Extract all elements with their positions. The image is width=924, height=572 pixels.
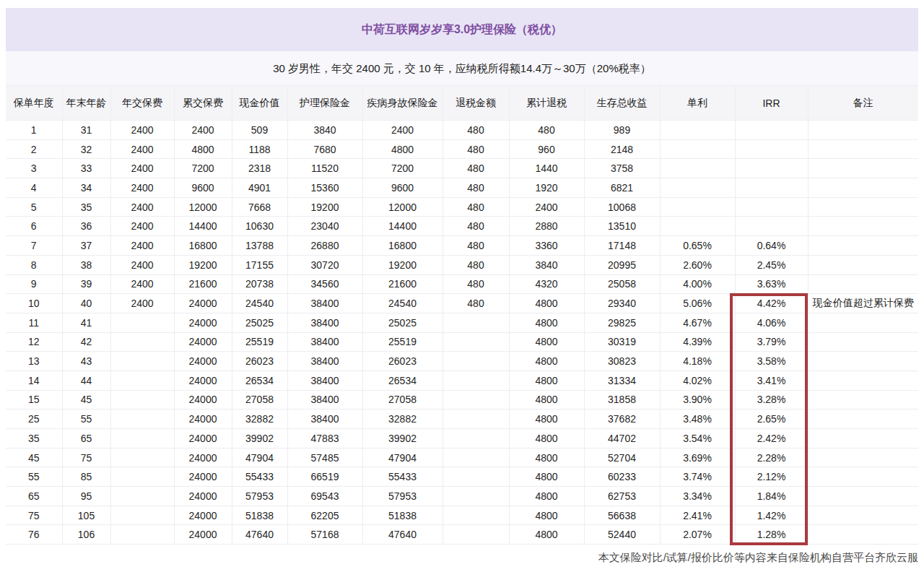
table-cell [660, 139, 735, 159]
table-row: 9392400216002073834560216004804320250584… [6, 274, 918, 294]
table-cell: 2400 [110, 236, 174, 256]
table-cell: 4.00% [660, 274, 735, 294]
table-cell: 3.34% [660, 487, 735, 506]
table-cell: 2400 [110, 294, 174, 313]
table-cell: 11 [6, 313, 62, 332]
table-cell [443, 429, 509, 448]
table-cell [660, 197, 735, 217]
table-cell: 4.39% [660, 332, 735, 352]
table-cell: 2400 [174, 121, 232, 140]
table-cell: 4800 [509, 506, 584, 525]
table-cell: 2.28% [735, 448, 808, 467]
table-cell [110, 448, 174, 467]
table-cell: 5.06% [660, 294, 735, 313]
table-cell: 4800 [509, 390, 584, 410]
table-cell: 480 [443, 139, 509, 159]
table-cell [808, 390, 918, 410]
column-header: 年交保费 [110, 86, 174, 121]
column-header: 生存总收益 [584, 86, 660, 121]
column-header: 护理保险金 [287, 86, 362, 121]
table-cell: 51838 [362, 506, 443, 525]
table-cell: 14400 [362, 217, 443, 236]
table-cell: 12000 [362, 197, 443, 217]
column-header: 保单年度 [6, 86, 62, 121]
table-cell: 17155 [232, 255, 287, 274]
table-cell: 1920 [509, 178, 584, 198]
table-row: 5585240005543366519554334800602333.74%2.… [6, 467, 918, 487]
table-cell: 31 [62, 121, 110, 140]
table-cell: 2148 [584, 139, 660, 159]
table-cell [735, 121, 808, 140]
table-row: 53524001200076681920012000480240010068 [6, 197, 918, 217]
table-cell: 2400 [110, 217, 174, 236]
table-cell: 2.45% [735, 255, 808, 274]
table-cell: 0.64% [735, 236, 808, 256]
table-cell: 65 [62, 429, 110, 448]
table-cell: 7200 [362, 159, 443, 178]
table-cell: 25 [6, 410, 62, 429]
table-cell: 2400 [110, 159, 174, 178]
table-cell: 24000 [174, 352, 232, 371]
table-cell: 24000 [174, 313, 232, 332]
table-cell [808, 159, 918, 178]
table-cell: 9600 [362, 178, 443, 198]
table-cell: 2400 [110, 121, 174, 140]
table-cell: 7668 [232, 197, 287, 217]
table-cell: 8 [6, 255, 62, 274]
table-cell: 3.69% [660, 448, 735, 467]
table-cell: 55433 [232, 467, 287, 487]
column-header: 退税金额 [443, 86, 509, 121]
table-cell: 41 [62, 313, 110, 332]
table-cell: 12 [6, 332, 62, 352]
table-cell: 44 [62, 370, 110, 390]
table-cell [808, 506, 918, 525]
column-header: 单利 [660, 86, 735, 121]
table-row: 1040240024000245403840024540480480029340… [6, 294, 918, 313]
table-cell [808, 332, 918, 352]
table-cell: 25519 [362, 332, 443, 352]
table-cell: 25025 [362, 313, 443, 332]
page-title: 中荷互联网岁岁享3.0护理保险（税优） [6, 8, 918, 51]
table-cell [735, 217, 808, 236]
table-cell: 4800 [509, 294, 584, 313]
table-cell: 52704 [584, 448, 660, 467]
table-cell: 4320 [509, 274, 584, 294]
table-cell: 35 [62, 197, 110, 217]
column-header: 备注 [808, 86, 918, 121]
table-cell: 6 [6, 217, 62, 236]
table-cell: 38400 [287, 294, 362, 313]
table-cell: 43 [62, 352, 110, 371]
table-cell: 31334 [584, 370, 660, 390]
table-cell: 2.07% [660, 525, 735, 545]
table-cell [443, 370, 509, 390]
table-cell [808, 525, 918, 545]
table-cell: 14400 [174, 217, 232, 236]
table-cell [110, 525, 174, 545]
table-cell: 4800 [509, 370, 584, 390]
table-cell: 3.90% [660, 390, 735, 410]
table-cell: 4800 [509, 448, 584, 467]
table-cell: 30720 [287, 255, 362, 274]
table-cell: 4800 [509, 429, 584, 448]
table-cell [735, 159, 808, 178]
table-cell: 19200 [287, 197, 362, 217]
table-cell: 47640 [362, 525, 443, 545]
column-header: 累计退税 [509, 86, 584, 121]
table-cell: 4901 [232, 178, 287, 198]
table-cell: 15360 [287, 178, 362, 198]
table-cell [808, 370, 918, 390]
column-header: 年末年龄 [62, 86, 110, 121]
table-cell: 60233 [584, 467, 660, 487]
table-cell [443, 410, 509, 429]
table-cell [808, 197, 918, 217]
table-cell: 960 [509, 139, 584, 159]
table-row: 1545240002705838400270584800318583.90%3.… [6, 390, 918, 410]
table-cell [808, 217, 918, 236]
table-cell: 23040 [287, 217, 362, 236]
table-row: 3565240003990247883399024800447023.54%2.… [6, 429, 918, 448]
table-cell [808, 352, 918, 371]
table-cell: 3.63% [735, 274, 808, 294]
table-cell: 25519 [232, 332, 287, 352]
table-cell: 47904 [232, 448, 287, 467]
table-cell: 4800 [362, 139, 443, 159]
